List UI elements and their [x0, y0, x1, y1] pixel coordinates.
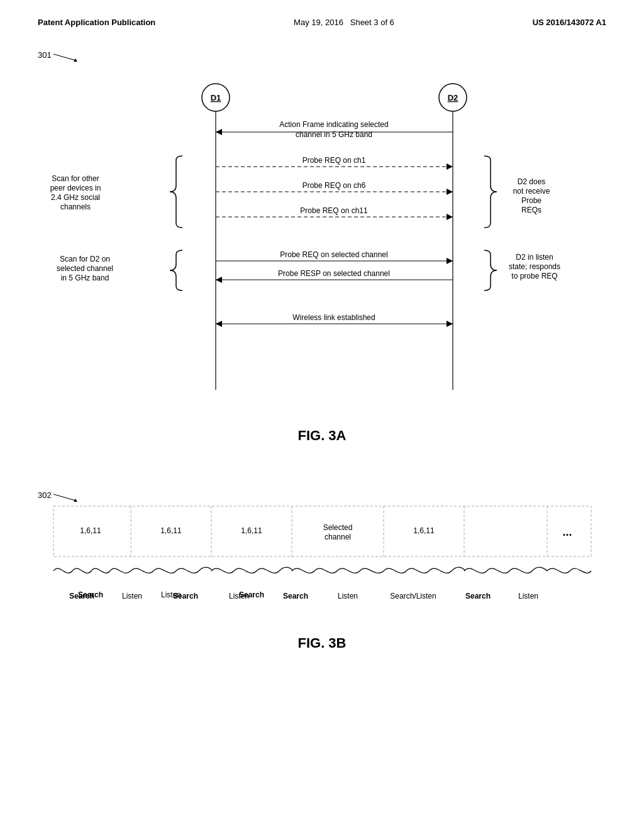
- svg-text:D2 in listen: D2 in listen: [516, 253, 553, 262]
- svg-text:1,6,11: 1,6,11: [241, 526, 262, 535]
- fig3b-container: 302 1,6,11 1,6,11 1,6,11 S: [38, 490, 606, 667]
- ref-301-arrow: [53, 49, 85, 62]
- svg-text:Scan for D2 on: Scan for D2 on: [60, 255, 110, 263]
- svg-text:channels: channels: [60, 202, 91, 211]
- svg-text:Probe RESP on selected channel: Probe RESP on selected channel: [278, 269, 390, 278]
- svg-text:to probe REQ: to probe REQ: [511, 272, 557, 280]
- fig3a-container: 301 D1 D2 Action Frame indicating select…: [38, 50, 606, 440]
- svg-text:...: ...: [562, 526, 572, 538]
- svg-text:selected channel: selected channel: [57, 264, 113, 273]
- header-sheet: Sheet 3 of 6: [350, 18, 394, 27]
- svg-text:1,6,11: 1,6,11: [160, 526, 182, 535]
- seq-diagram-svg: D1 D2 Action Frame indicating selected c…: [38, 63, 606, 421]
- ref-302: 302: [38, 490, 52, 500]
- svg-marker-13: [447, 163, 453, 170]
- svg-rect-47: [53, 506, 591, 556]
- svg-text:not receive: not receive: [513, 187, 550, 196]
- svg-text:Search: Search: [283, 592, 308, 600]
- svg-text:Probe REQ on ch11: Probe REQ on ch11: [300, 206, 368, 215]
- svg-marker-19: [447, 214, 453, 220]
- svg-text:Action Frame indicating select: Action Frame indicating selected: [279, 120, 388, 129]
- svg-text:Search: Search: [173, 592, 198, 600]
- svg-text:D1: D1: [211, 93, 221, 102]
- svg-text:peer devices in: peer devices in: [50, 184, 101, 192]
- svg-text:channel in 5 GHz band: channel in 5 GHz band: [296, 130, 372, 139]
- page: Patent Application Publication May 19, 2…: [0, 0, 644, 830]
- svg-text:D2 does: D2 does: [518, 177, 546, 186]
- svg-text:Probe REQ on ch6: Probe REQ on ch6: [303, 181, 366, 190]
- svg-text:Listen: Listen: [122, 592, 142, 600]
- ref-301: 301: [38, 50, 52, 60]
- svg-text:Selected: Selected: [323, 523, 353, 532]
- svg-text:Listen: Listen: [229, 592, 249, 600]
- svg-text:Search/Listen: Search/Listen: [390, 592, 436, 600]
- svg-line-45: [53, 494, 75, 501]
- ref-302-arrow: [53, 489, 85, 502]
- svg-marker-16: [447, 189, 453, 195]
- svg-text:Scan for other: Scan for other: [52, 174, 99, 183]
- fig3a-label: FIG. 3A: [38, 428, 606, 444]
- svg-marker-9: [216, 129, 222, 135]
- svg-text:in 5 GHz band: in 5 GHz band: [61, 274, 109, 282]
- svg-text:channel: channel: [325, 533, 351, 541]
- ref-302-label: 302: [38, 490, 52, 500]
- svg-text:Listen: Listen: [518, 592, 538, 600]
- svg-text:REQs: REQs: [521, 206, 541, 214]
- header-center: May 19, 2016 Sheet 3 of 6: [294, 18, 394, 27]
- svg-text:Probe REQ on ch1: Probe REQ on ch1: [303, 156, 366, 165]
- ref-301-label: 301: [38, 50, 52, 60]
- svg-marker-28: [447, 321, 453, 327]
- svg-marker-29: [216, 321, 222, 327]
- svg-marker-22: [447, 258, 453, 264]
- svg-line-0: [53, 54, 75, 60]
- svg-text:state; responds: state; responds: [509, 262, 560, 271]
- header-right: US 2016/143072 A1: [533, 18, 606, 27]
- svg-text:Search: Search: [465, 592, 491, 600]
- header-left: Patent Application Publication: [38, 18, 155, 27]
- svg-text:Listen: Listen: [338, 592, 358, 600]
- header: Patent Application Publication May 19, 2…: [38, 18, 606, 27]
- header-date: May 19, 2016: [294, 18, 343, 27]
- svg-text:Wireless link established: Wireless link established: [292, 313, 375, 322]
- fig3b-label: FIG. 3B: [38, 635, 606, 651]
- svg-marker-25: [216, 277, 222, 283]
- svg-text:D2: D2: [448, 93, 458, 102]
- svg-text:1,6,11: 1,6,11: [80, 526, 101, 535]
- svg-text:Probe REQ on selected channel: Probe REQ on selected channel: [280, 250, 387, 259]
- svg-text:1,6,11: 1,6,11: [413, 526, 435, 535]
- svg-text:Search: Search: [69, 592, 94, 600]
- timeline-svg: 1,6,11 1,6,11 1,6,11 Selected channel 1,…: [50, 503, 597, 629]
- svg-text:Probe: Probe: [521, 196, 541, 205]
- svg-text:2.4 GHz social: 2.4 GHz social: [51, 193, 100, 202]
